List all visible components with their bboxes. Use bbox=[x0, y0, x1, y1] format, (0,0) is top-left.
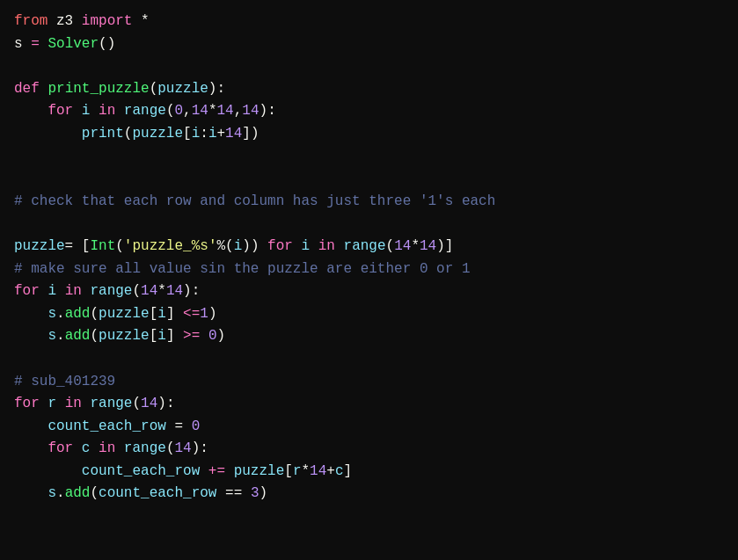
line-1: from z3 import * s = Solver() def print_… bbox=[14, 13, 495, 501]
code-container: from z3 import * s = Solver() def print_… bbox=[14, 11, 724, 505]
